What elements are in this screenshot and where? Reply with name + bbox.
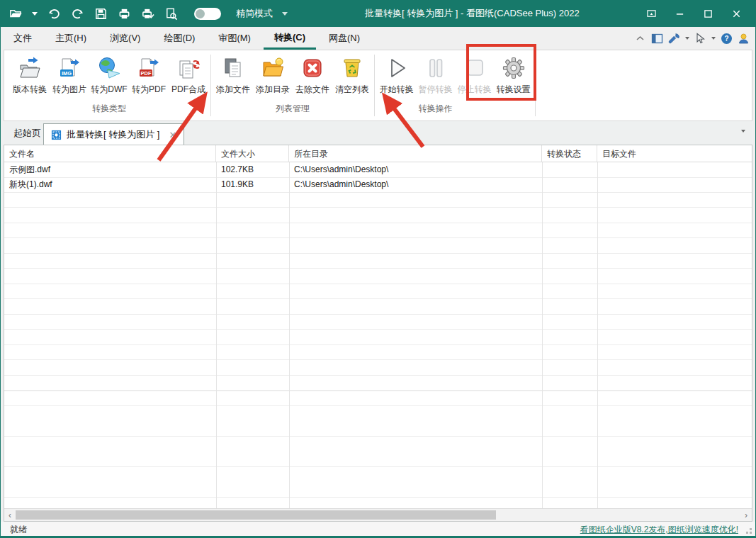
stop-convert-button[interactable]: 停止转换 — [455, 55, 494, 103]
batch-print-icon[interactable] — [140, 6, 154, 21]
cell-target — [597, 177, 752, 192]
news-link[interactable]: 看图纸企业版V8.2发布,图纸浏览速度优化! — [580, 524, 738, 536]
to-dwf-button[interactable]: 转为DWF — [89, 55, 129, 103]
fullscreen-button[interactable] — [638, 3, 664, 24]
scroll-right-arrow[interactable]: › — [740, 509, 752, 521]
add-folder-button[interactable]: 添加目录 — [253, 55, 293, 103]
simple-mode-caret-icon[interactable] — [282, 12, 288, 16]
horizontal-scrollbar[interactable]: ‹ › — [4, 508, 752, 521]
table-row[interactable]: 新块(1).dwf 101.9KB C:\Users\admin\Desktop… — [4, 177, 752, 192]
table-header: 文件名 文件大小 所在目录 转换状态 目标文件 — [4, 145, 752, 162]
title-bar: 精简模式 批量转换[ 转换为图片 ] - 看图纸(CADSee Plus) 20… — [0, 0, 756, 27]
layout-panel-icon[interactable] — [651, 33, 663, 45]
cell-target — [597, 162, 752, 177]
menu-tab-file[interactable]: 文件 — [3, 27, 43, 50]
menu-tab-browse[interactable]: 浏览(V) — [99, 27, 151, 50]
cell-status — [542, 177, 597, 192]
tab-batch-convert[interactable]: 批量转换[ 转换为图片 ] ✕ — [43, 123, 184, 145]
menu-tab-review[interactable]: 审图(M) — [208, 27, 261, 50]
column-divider — [597, 162, 598, 508]
convert-settings-button[interactable]: 转换设置 — [494, 55, 533, 103]
column-divider — [542, 162, 543, 508]
ribbon-button-label: 版本转换 — [13, 84, 47, 96]
ribbon-group-convert-type: 版本转换 IMG 转为图片 转为DWF PDF 转为PDF — [10, 50, 208, 121]
start-convert-icon — [384, 55, 410, 82]
add-files-button[interactable]: 添加文件 — [213, 55, 253, 103]
ribbon-button-label: 添加文件 — [216, 84, 250, 96]
cursor-mode-icon[interactable] — [694, 33, 706, 45]
cell-filesize: 102.7KB — [216, 162, 289, 177]
cell-filesize: 101.9KB — [216, 177, 289, 192]
ribbon-group-separator — [374, 55, 375, 116]
ribbon-button-label: 转换设置 — [497, 84, 531, 96]
ribbon-button-label: 清空列表 — [335, 84, 369, 96]
tab-close-icon[interactable]: ✕ — [169, 130, 176, 140]
scrollbar-thumb[interactable] — [16, 510, 496, 520]
to-image-button[interactable]: IMG 转为图片 — [50, 55, 89, 103]
tab-start-page[interactable]: 起始页 — [6, 121, 48, 145]
pdf-merge-icon — [176, 55, 201, 82]
remove-file-button[interactable]: 去除文件 — [293, 55, 332, 103]
tools-wrench-icon[interactable] — [668, 33, 680, 45]
to-dwf-icon — [96, 55, 122, 82]
tab-list-caret-icon[interactable] — [741, 130, 745, 133]
column-header-directory[interactable]: 所在目录 — [289, 145, 542, 162]
pause-convert-icon — [423, 55, 448, 82]
table-body: 示例图.dwf 102.7KB C:\Users\admin\Desktop\ … — [4, 162, 752, 508]
help-icon[interactable]: ? — [721, 33, 733, 45]
scroll-left-arrow[interactable]: ‹ — [4, 509, 16, 521]
minimize-button[interactable] — [667, 3, 692, 24]
clear-list-icon — [339, 55, 365, 82]
start-convert-button[interactable]: 开始转换 — [377, 55, 416, 103]
column-header-target[interactable]: 目标文件 — [597, 145, 752, 162]
resize-grip[interactable] — [750, 532, 752, 534]
cursor-caret-icon[interactable] — [711, 37, 716, 40]
ribbon-tab-bar: 文件 主页(H) 浏览(V) 绘图(D) 审图(M) 转换(C) 网盘(N) ? — [1, 27, 755, 50]
table-row[interactable]: 示例图.dwf 102.7KB C:\Users\admin\Desktop\ — [4, 162, 752, 177]
ribbon-button-label: 开始转换 — [380, 84, 414, 96]
column-header-filename[interactable]: 文件名 — [4, 145, 216, 162]
svg-text:IMG: IMG — [62, 70, 72, 77]
cell-directory: C:\Users\admin\Desktop\ — [289, 162, 542, 177]
close-button[interactable] — [723, 3, 749, 24]
column-header-status[interactable]: 转换状态 — [542, 145, 597, 162]
column-header-filesize[interactable]: 文件大小 — [216, 145, 289, 162]
to-pdf-button[interactable]: PDF 转为PDF — [129, 55, 169, 103]
pdf-merge-button[interactable]: PDF合成 — [169, 55, 208, 103]
menu-tab-home[interactable]: 主页(H) — [45, 27, 97, 50]
maximize-button[interactable] — [695, 3, 721, 24]
version-convert-icon — [17, 55, 43, 82]
tools-caret-icon[interactable] — [685, 37, 689, 40]
ribbon-button-label: 停止转换 — [458, 84, 492, 96]
open-file-caret-icon[interactable] — [32, 12, 38, 16]
menu-tab-netdisk[interactable]: 网盘(N) — [318, 27, 371, 50]
window-title: 批量转换[ 转换为图片 ] - 看图纸(CADSee Plus) 2022 — [365, 0, 580, 27]
to-image-icon: IMG — [57, 55, 82, 82]
cell-filename: 示例图.dwf — [4, 162, 216, 177]
save-icon[interactable] — [94, 6, 108, 21]
batch-convert-tab-icon — [51, 130, 62, 140]
open-file-icon[interactable] — [9, 6, 23, 21]
add-folder-icon — [260, 55, 286, 82]
ribbon-button-label: 转为图片 — [52, 84, 86, 96]
status-text: 就绪 — [10, 524, 27, 536]
clear-list-button[interactable]: 清空列表 — [332, 55, 372, 103]
ribbon-group-label: 转换操作 — [377, 103, 533, 121]
tab-label: 批量转换[ 转换为图片 ] — [67, 128, 159, 141]
pause-convert-button[interactable]: 暂停转换 — [416, 55, 455, 103]
menu-tab-draw[interactable]: 绘图(D) — [153, 27, 205, 50]
ribbon-group-list-manage: 添加文件 添加目录 去除文件 清空列表 列表管理 — [213, 50, 372, 121]
column-divider — [216, 162, 217, 508]
print-icon[interactable] — [117, 6, 131, 21]
redo-icon[interactable] — [70, 6, 84, 21]
collapse-ribbon-icon[interactable] — [634, 33, 646, 45]
undo-icon[interactable] — [47, 6, 61, 21]
user-account-icon[interactable] — [738, 33, 750, 45]
version-convert-button[interactable]: 版本转换 — [10, 55, 50, 103]
simple-mode-toggle[interactable] — [194, 8, 221, 20]
cell-directory: C:\Users\admin\Desktop\ — [289, 177, 542, 192]
stop-convert-icon — [462, 55, 487, 82]
print-preview-icon[interactable] — [164, 6, 178, 21]
menu-tab-convert[interactable]: 转换(C) — [264, 27, 316, 50]
ribbon-button-label: 转为DWF — [91, 84, 127, 96]
